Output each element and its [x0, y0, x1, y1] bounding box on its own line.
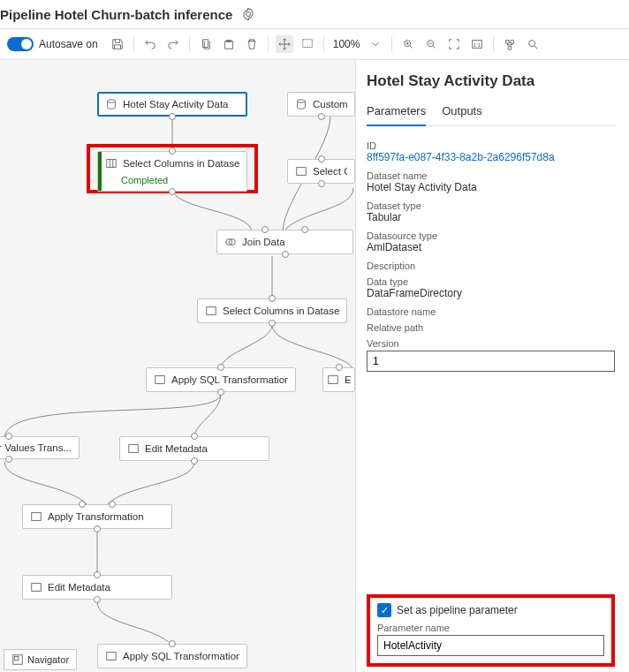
- label-parameter-name: Parameter name: [377, 623, 604, 633]
- properties-panel: Hotel Stay Activity Data Parameters Outp…: [355, 60, 629, 672]
- pipeline-canvas[interactable]: Hotel Stay Activity Data Customer Dat Se…: [0, 60, 355, 672]
- pipeline-title: Pipeline Hotel Churn-batch inference: [0, 7, 239, 22]
- module-icon: [105, 650, 117, 662]
- node-edit-metadata-cut[interactable]: Edit M: [322, 367, 355, 392]
- module-icon: [154, 374, 166, 386]
- label-relative-path: Relative path: [367, 322, 615, 333]
- node-customer-data[interactable]: Customer Dat: [287, 92, 355, 117]
- label-dataset-type: Dataset type: [367, 200, 615, 211]
- node-label: Join Data: [242, 237, 285, 247]
- copy-icon[interactable]: [197, 35, 215, 53]
- node-join-data[interactable]: Join Data: [216, 230, 353, 254]
- zoom-out-icon[interactable]: [422, 35, 440, 53]
- label-dataset-name: Dataset name: [367, 170, 615, 181]
- toolbar: Autosave on 100% 1:1: [0, 28, 629, 60]
- node-label: Hotel Stay Activity Data: [123, 99, 229, 109]
- svg-rect-15: [32, 513, 42, 521]
- value-dataset-name: Hotel Stay Activity Data: [367, 181, 615, 193]
- navigator-label: Navigator: [27, 654, 69, 665]
- svg-rect-17: [107, 653, 117, 661]
- label-version: Version: [367, 338, 615, 349]
- svg-rect-19: [15, 657, 19, 661]
- node-apply-sql-1[interactable]: Apply SQL Transformation: [146, 367, 296, 392]
- node-label: Edit Metadata: [145, 443, 208, 454]
- module-icon: [205, 305, 217, 317]
- svg-rect-16: [32, 584, 42, 592]
- zoom-in-icon[interactable]: [399, 35, 417, 53]
- svg-rect-12: [155, 376, 165, 384]
- value-datasource-type: AmlDataset: [367, 241, 615, 253]
- node-label: Select Columns in Dataset: [223, 306, 339, 316]
- save-icon[interactable]: [109, 35, 126, 53]
- value-data-type: DataFrameDirectory: [367, 287, 615, 299]
- node-label: Apply SQL Transformation: [171, 374, 288, 385]
- node-select-columns-cut[interactable]: Select Colum: [287, 159, 355, 184]
- select-icon[interactable]: [299, 35, 316, 53]
- paste-icon[interactable]: [220, 35, 238, 53]
- version-input[interactable]: [367, 351, 615, 372]
- gear-icon[interactable]: [239, 5, 257, 23]
- dataset-icon: [295, 98, 307, 110]
- module-icon: [295, 165, 307, 177]
- autosave-toggle[interactable]: [7, 37, 34, 51]
- svg-point-4: [529, 41, 535, 47]
- zoom-level: 100%: [331, 38, 362, 50]
- value-id[interactable]: 8ff597fa-e087-4f33-8a2b-2a6296f57d8a: [367, 151, 615, 163]
- tab-parameters[interactable]: Parameters: [367, 101, 426, 126]
- navigator-toggle[interactable]: Navigator: [4, 649, 77, 670]
- label-id: ID: [367, 140, 615, 151]
- svg-rect-13: [329, 376, 338, 384]
- svg-rect-8: [297, 168, 307, 176]
- node-edit-metadata-1[interactable]: Edit Metadata: [119, 436, 269, 461]
- node-label: Customer Dat: [313, 99, 347, 109]
- svg-rect-7: [107, 160, 117, 168]
- node-label: Edit Metadata: [48, 582, 110, 593]
- module-icon: [224, 236, 237, 248]
- node-label: Apply Transformation: [48, 511, 144, 522]
- delete-icon[interactable]: [243, 35, 261, 53]
- node-label: Select Columns in Dataset: [123, 158, 239, 169]
- set-parameter-checkbox[interactable]: ✓: [377, 603, 391, 617]
- label-data-type: Data type: [367, 276, 615, 287]
- node-hotel-stay-activity[interactable]: Hotel Stay Activity Data: [97, 92, 247, 117]
- node-label: Edit M: [345, 374, 351, 385]
- svg-rect-14: [129, 445, 139, 453]
- set-parameter-label: Set as pipeline parameter: [397, 604, 518, 616]
- module-icon: [105, 157, 117, 170]
- module-icon: [127, 442, 140, 455]
- dataset-icon: [105, 98, 117, 110]
- label-description: Description: [367, 260, 615, 271]
- node-label: tor Values Trans...: [0, 442, 72, 453]
- chevron-down-icon[interactable]: [367, 35, 384, 53]
- module-icon: [327, 374, 339, 386]
- node-indicator-values[interactable]: tor Values Trans...: [0, 436, 80, 459]
- node-label: Apply SQL Transformation: [123, 651, 239, 661]
- node-edit-metadata-2[interactable]: Edit Metadata: [22, 575, 172, 600]
- node-select-columns-1[interactable]: Select Columns in Dataset Completed: [97, 151, 247, 192]
- label-datastore-name: Datastore name: [367, 306, 615, 317]
- panel-title: Hotel Stay Activity Data: [367, 72, 615, 90]
- search-icon[interactable]: [524, 35, 542, 53]
- svg-point-6: [298, 100, 306, 103]
- label-datasource-type: Datasource type: [367, 230, 615, 241]
- pipeline-parameter-section: ✓ Set as pipeline parameter Parameter na…: [367, 594, 615, 667]
- svg-text:1:1: 1:1: [474, 42, 481, 48]
- undo-icon: [141, 35, 159, 53]
- svg-point-5: [108, 100, 116, 103]
- value-dataset-type: Tabular: [367, 211, 615, 223]
- node-select-columns-2[interactable]: Select Columns in Dataset: [197, 298, 347, 323]
- actual-size-icon[interactable]: 1:1: [468, 35, 486, 53]
- parameter-name-input[interactable]: [377, 635, 604, 656]
- pan-icon[interactable]: [276, 35, 293, 53]
- svg-rect-11: [207, 307, 216, 315]
- fit-screen-icon[interactable]: [445, 35, 463, 53]
- node-apply-sql-2[interactable]: Apply SQL Transformation: [97, 644, 247, 668]
- node-apply-transformation[interactable]: Apply Transformation: [22, 504, 172, 529]
- autosave-label: Autosave on: [39, 38, 98, 50]
- module-icon: [30, 510, 42, 523]
- redo-icon: [164, 35, 182, 53]
- node-label: Select Colum: [313, 166, 347, 177]
- autolayout-icon[interactable]: [501, 35, 519, 53]
- module-icon: [30, 581, 42, 593]
- tab-outputs[interactable]: Outputs: [442, 101, 482, 125]
